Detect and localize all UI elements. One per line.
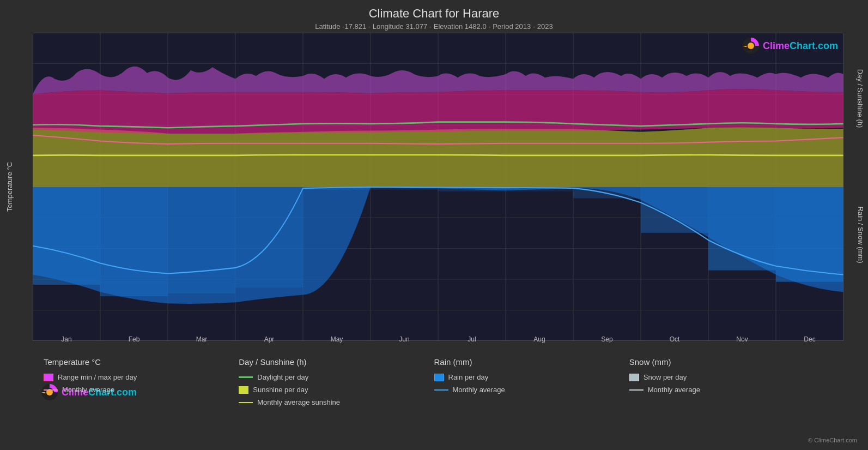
chart-header: Climate Chart for Harare Latitude -17.82… bbox=[0, 0, 868, 31]
y-axis-left-label: Temperature °C bbox=[6, 162, 14, 212]
x-label-may: May bbox=[303, 335, 371, 343]
legend-item-sunshine-avg: Monthly average sunshine bbox=[239, 398, 434, 406]
x-label-mar: Mar bbox=[168, 335, 235, 343]
x-label-dec: Dec bbox=[776, 335, 843, 343]
sunshine-swatch bbox=[239, 386, 248, 394]
x-label-apr: Apr bbox=[235, 335, 303, 343]
temp-avg-line bbox=[44, 389, 58, 391]
temp-range-swatch bbox=[44, 374, 53, 381]
x-label-aug: Aug bbox=[506, 335, 573, 343]
legend-label-sunshine-avg: Monthly average sunshine bbox=[257, 398, 340, 406]
chart-title: Climate Chart for Harare bbox=[0, 7, 868, 21]
legend-label-rain-avg: Monthly average bbox=[453, 386, 505, 394]
legend-title-sunshine: Day / Sunshine (h) bbox=[239, 357, 434, 367]
logo-top-right: ClimeChart.com bbox=[742, 37, 838, 55]
legend-title-snow: Snow (mm) bbox=[629, 357, 824, 367]
legend-item-temp-avg: Monthly average bbox=[44, 386, 239, 394]
x-label-jun: Jun bbox=[371, 335, 438, 343]
chart-subtitle: Latitude -17.821 - Longitude 31.077 - El… bbox=[0, 22, 868, 31]
svg-rect-24 bbox=[100, 187, 168, 297]
legend-col-snow: Snow (mm) Snow per day Monthly average bbox=[629, 357, 824, 445]
x-label-sep: Sep bbox=[573, 335, 641, 343]
x-axis: Jan Feb Mar Apr May Jun Jul Aug Sep Oct … bbox=[33, 335, 843, 343]
y-axis-right-sunshine-label: Day / Sunshine (h) bbox=[857, 69, 865, 128]
legend-item-daylight: Daylight per day bbox=[239, 373, 434, 381]
x-label-jul: Jul bbox=[438, 335, 506, 343]
legend-item-sunshine-swatch: Sunshine per day bbox=[239, 386, 434, 394]
svg-rect-23 bbox=[33, 187, 100, 285]
legend-item-snow-avg: Monthly average bbox=[629, 386, 824, 394]
logo-icon-top bbox=[742, 37, 760, 55]
svg-rect-32 bbox=[641, 187, 708, 233]
svg-rect-25 bbox=[168, 187, 235, 293]
legend-label-daylight: Daylight per day bbox=[257, 373, 308, 381]
snow-swatch bbox=[629, 374, 639, 381]
x-label-nov: Nov bbox=[708, 335, 776, 343]
rain-swatch bbox=[434, 374, 444, 381]
rain-avg-line bbox=[434, 389, 448, 391]
legend-item-rain-swatch: Rain per day bbox=[434, 373, 629, 381]
legend-area: Temperature °C Range min / max per day M… bbox=[0, 346, 868, 450]
y-axis-right-rain-label: Rain / Snow (mm) bbox=[857, 206, 865, 263]
legend-label-sunshine-swatch: Sunshine per day bbox=[253, 386, 308, 394]
legend-label-snow-swatch: Snow per day bbox=[644, 373, 687, 381]
legend-col-sunshine: Day / Sunshine (h) Daylight per day Suns… bbox=[239, 357, 434, 445]
legend-title-rain: Rain (mm) bbox=[434, 357, 629, 367]
logo-text-top: ClimeChart.com bbox=[763, 40, 838, 52]
main-chart-svg: 50 40 30 20 10 0 -10 -20 -30 -40 -50 24 … bbox=[33, 33, 843, 341]
x-label-oct: Oct bbox=[641, 335, 708, 343]
legend-label-temp-avg: Monthly average bbox=[62, 386, 114, 394]
svg-rect-26 bbox=[235, 187, 303, 288]
legend-title-temperature: Temperature °C bbox=[44, 357, 239, 367]
legend-item-snow-swatch: Snow per day bbox=[629, 373, 824, 381]
svg-point-59 bbox=[748, 43, 754, 49]
svg-rect-31 bbox=[573, 187, 641, 199]
legend-col-rain: Rain (mm) Rain per day Monthly average bbox=[434, 357, 629, 445]
daylight-line bbox=[239, 376, 253, 378]
legend-item-rain-avg: Monthly average bbox=[434, 386, 629, 394]
legend-label-snow-avg: Monthly average bbox=[648, 386, 700, 394]
legend-col-temperature: Temperature °C Range min / max per day M… bbox=[44, 357, 239, 445]
copyright-text: © ClimeChart.com bbox=[808, 437, 857, 443]
svg-rect-33 bbox=[708, 187, 776, 271]
legend-label-rain-swatch: Rain per day bbox=[448, 373, 489, 381]
legend-label-temp-range: Range min / max per day bbox=[58, 373, 137, 381]
sunshine-avg-line bbox=[239, 402, 253, 403]
legend-item-temp-range: Range min / max per day bbox=[44, 373, 239, 381]
snow-avg-line bbox=[629, 389, 644, 391]
x-label-jan: Jan bbox=[33, 335, 100, 343]
x-label-feb: Feb bbox=[100, 335, 168, 343]
main-container: Climate Chart for Harare Latitude -17.82… bbox=[0, 0, 868, 450]
